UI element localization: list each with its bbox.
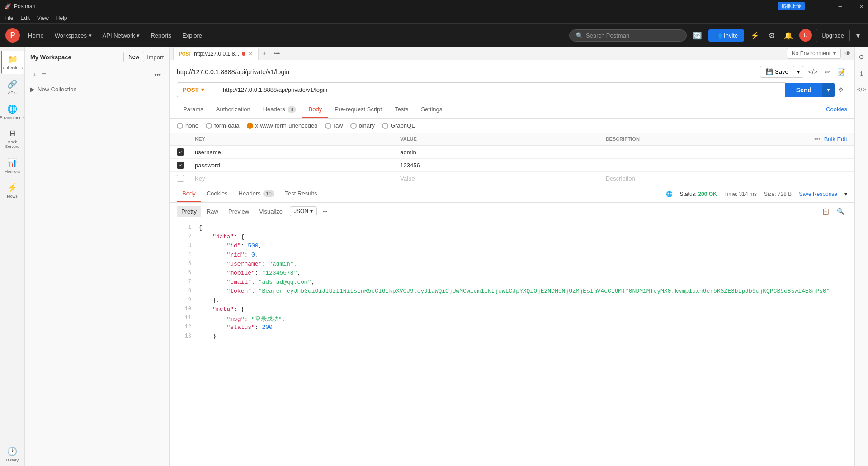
check-empty[interactable]: [177, 175, 195, 182]
sidebar-item-flows[interactable]: ⚡ Flows: [1, 179, 24, 202]
search-bar[interactable]: 🔍 Search Postman: [569, 29, 687, 42]
nav-reports[interactable]: Reports: [146, 29, 176, 42]
format-raw[interactable]: Raw: [202, 206, 223, 217]
cookies-link[interactable]: Cookies: [826, 101, 847, 118]
checkbox-username[interactable]: ✓: [177, 148, 184, 156]
invite-btn[interactable]: 👥 Invite: [708, 29, 744, 42]
view-icon[interactable]: 📝: [835, 66, 847, 78]
tab-headers[interactable]: Headers 8: [257, 101, 302, 118]
search-response-btn[interactable]: 🔍: [834, 206, 847, 217]
more-dots-btn[interactable]: •••: [814, 136, 821, 143]
body-type-raw[interactable]: raw: [325, 122, 343, 129]
tab-body[interactable]: Body: [302, 101, 329, 118]
tab-overflow-btn[interactable]: •••: [270, 48, 284, 59]
settings-icon[interactable]: ⚙: [766, 29, 778, 43]
checkbox-password[interactable]: ✓: [177, 162, 184, 169]
send-btn[interactable]: Send: [785, 83, 822, 97]
response-area: Body Cookies Headers 10 Test Results 🌐 S…: [170, 185, 854, 466]
right-code-icon[interactable]: </>: [854, 83, 868, 96]
copy-response-btn[interactable]: 📋: [819, 206, 832, 217]
nav-api-network[interactable]: API Network ▾: [98, 29, 145, 42]
right-settings-icon[interactable]: ⚙: [856, 51, 867, 63]
value-username[interactable]: admin: [400, 149, 605, 156]
tab-settings[interactable]: Settings: [415, 101, 448, 118]
add-tab-btn[interactable]: +: [259, 48, 270, 59]
add-collection-btn[interactable]: +: [30, 70, 39, 79]
eye-icon[interactable]: 👁: [844, 50, 851, 57]
value-password[interactable]: 123456: [400, 162, 605, 169]
new-btn[interactable]: New: [123, 52, 144, 62]
sidebar-item-environments[interactable]: 🌐 Environments: [1, 100, 24, 124]
close-btn[interactable]: ✕: [859, 4, 863, 10]
format-pretty[interactable]: Pretty: [177, 206, 201, 217]
nav-workspaces[interactable]: Workspaces ▾: [50, 29, 96, 42]
import-btn[interactable]: Import: [147, 54, 164, 61]
key-empty[interactable]: Key: [195, 175, 400, 182]
maximize-btn[interactable]: □: [849, 4, 852, 10]
tab-pre-request-script[interactable]: Pre-request Script: [328, 101, 388, 118]
nav-home[interactable]: Home: [24, 29, 48, 42]
resp-tab-cookies[interactable]: Cookies: [201, 185, 233, 202]
check-username[interactable]: ✓: [177, 148, 195, 156]
menu-view[interactable]: View: [37, 15, 49, 21]
th-description: DESCRIPTION: [606, 133, 811, 145]
key-password[interactable]: password: [195, 162, 400, 169]
resp-tab-body[interactable]: Body: [177, 185, 201, 202]
sync-icon[interactable]: 🔄: [690, 29, 705, 43]
method-select[interactable]: POST ▾: [177, 82, 217, 97]
desc-empty[interactable]: Description: [606, 175, 811, 182]
sidebar-item-collections[interactable]: 📁 Collections: [1, 51, 24, 74]
bulk-edit-btn[interactable]: Bulk Edit: [824, 136, 847, 143]
more-options-btn[interactable]: •••: [151, 70, 164, 79]
minimize-btn[interactable]: ─: [839, 4, 842, 10]
sidebar-item-history[interactable]: 🕐 History: [1, 443, 24, 466]
menu-edit[interactable]: Edit: [20, 15, 30, 21]
resp-tab-headers[interactable]: Headers 10: [233, 185, 280, 202]
nav-explore[interactable]: Explore: [178, 29, 207, 42]
sidebar-item-monitors[interactable]: 📊 Monitors: [1, 154, 24, 177]
body-type-urlencoded[interactable]: x-www-form-urlencoded: [247, 122, 318, 129]
format-preview[interactable]: Preview: [224, 206, 254, 217]
format-type-select[interactable]: JSON ▾: [290, 206, 317, 216]
filter-btn[interactable]: ≡: [39, 70, 48, 79]
tab-tests[interactable]: Tests: [388, 101, 415, 118]
tab-close-btn[interactable]: ✕: [248, 51, 253, 57]
checkbox-empty[interactable]: [177, 175, 184, 182]
sidebar-item-mock-servers[interactable]: 🖥 Mock Servers: [1, 125, 24, 152]
expand-icon[interactable]: ▾: [854, 29, 863, 43]
format-visualize[interactable]: Visualize: [255, 206, 287, 217]
value-empty[interactable]: Value: [400, 175, 605, 182]
resp-tab-test-results[interactable]: Test Results: [280, 185, 323, 202]
menu-help[interactable]: Help: [56, 15, 67, 21]
badge-btn[interactable]: 拓推上传: [778, 2, 805, 10]
response-status-bar: 🌐 Status: 200 OK Time: 314 ms Size: 728 …: [666, 191, 847, 197]
save-btn[interactable]: 💾 Save: [760, 66, 794, 78]
request-tab[interactable]: POST http://127.0.0.1:8... ✕: [173, 48, 259, 60]
check-password[interactable]: ✓: [177, 162, 195, 169]
send-dropdown-btn[interactable]: ▾: [822, 83, 835, 97]
request-settings-icon[interactable]: ⚙: [835, 83, 847, 97]
code-icon[interactable]: </>: [806, 66, 820, 78]
sidebar-item-apis[interactable]: 🔗 APIs: [1, 76, 24, 99]
env-selector[interactable]: No Environment ▾: [787, 48, 841, 59]
new-collection-row[interactable]: ▶ New Collection: [25, 82, 169, 96]
body-type-none[interactable]: none: [177, 122, 198, 129]
line-wrap-icon[interactable]: ↔: [318, 205, 332, 217]
menu-file[interactable]: File: [5, 15, 13, 21]
url-input[interactable]: [217, 82, 785, 97]
lightning-icon[interactable]: ⚡: [748, 29, 762, 43]
right-info-icon[interactable]: ℹ: [858, 67, 865, 80]
edit-icon[interactable]: ✏: [822, 66, 832, 78]
upgrade-btn[interactable]: Upgrade: [816, 29, 850, 42]
body-type-form-data[interactable]: form-data: [206, 122, 240, 129]
save-dropdown-btn[interactable]: ▾: [794, 66, 803, 78]
tab-params[interactable]: Params: [177, 101, 210, 118]
save-response-dropdown[interactable]: ▾: [844, 191, 847, 197]
body-type-graphql[interactable]: GraphQL: [382, 122, 415, 129]
tab-authorization[interactable]: Authorization: [210, 101, 257, 118]
save-response-btn[interactable]: Save Response: [799, 191, 837, 197]
body-type-binary[interactable]: binary: [350, 122, 375, 129]
key-username[interactable]: username: [195, 149, 400, 156]
bell-icon[interactable]: 🔔: [781, 29, 796, 43]
avatar-icon[interactable]: U: [799, 29, 812, 42]
